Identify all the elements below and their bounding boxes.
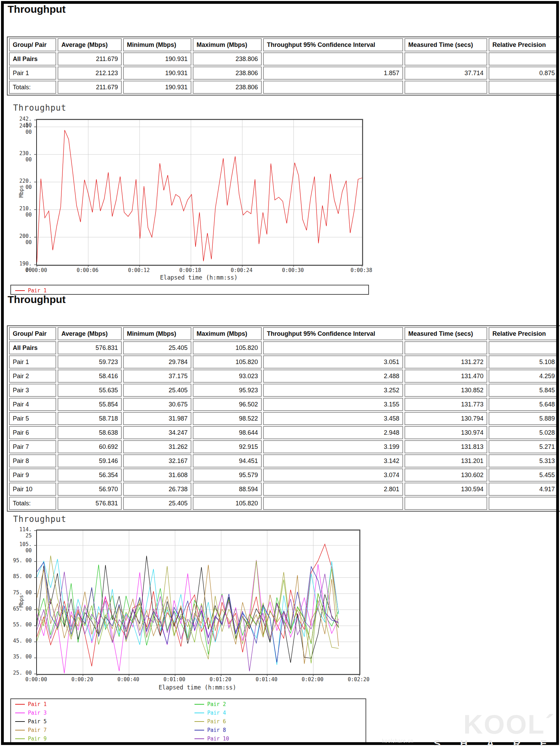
table-cell: 5.271 — [489, 440, 559, 453]
table-cell: 37.175 — [123, 370, 191, 383]
row-label-cell: Pair 1 — [9, 355, 56, 369]
legend-label: Pair 6 — [207, 718, 226, 725]
column-header: Relative Precision — [489, 327, 559, 340]
table-row: Pair 455.85430.67596.5023.155131.7735.64… — [9, 398, 559, 411]
table-cell: 105.820 — [193, 355, 262, 369]
table-cell: 131.470 — [404, 370, 487, 383]
legend-label: Pair 3 — [28, 710, 47, 716]
table-cell: 5.313 — [489, 454, 559, 467]
table-row: Pair 1056.97026.73888.5942.801130.5944.9… — [9, 483, 559, 496]
column-header: Throughput 95% Confidence Interval — [263, 38, 403, 51]
y-axis-tick-label: 105. 00 — [10, 541, 32, 554]
table-cell: 4.259 — [489, 370, 559, 383]
table-cell — [263, 497, 403, 510]
table-cell: 98.522 — [193, 412, 262, 425]
x-axis-tick-label: 0:00:18 — [179, 267, 201, 273]
table-cell: 25.405 — [123, 341, 191, 354]
table-cell: 130.594 — [404, 483, 487, 496]
table-row: Pair 956.35431.60895.5793.074130.6025.45… — [9, 468, 559, 482]
table-cell: 3.199 — [263, 440, 403, 453]
x-axis-tick-label: 0:02:00 — [302, 676, 323, 683]
table-cell: 131.773 — [404, 398, 487, 411]
column-header: Maximum (Mbps) — [193, 327, 262, 340]
table-cell: 29.784 — [123, 355, 191, 369]
table-cell: 94.451 — [193, 454, 262, 467]
legend-label: Pair 8 — [207, 727, 226, 733]
table-header-row: Group/ PairAverage (Mbps)Minimum (Mbps)M… — [9, 327, 559, 340]
chart-title: Throughput — [13, 103, 67, 113]
table-cell: 131.201 — [404, 454, 487, 467]
row-label-cell: Pair 8 — [9, 454, 56, 467]
table-cell — [489, 497, 559, 510]
table-cell: 59.723 — [58, 355, 122, 369]
column-header: Measured Time (secs) — [404, 38, 487, 51]
x-axis-tick-label: 0:01:00 — [163, 676, 185, 683]
table-cell: 58.718 — [58, 412, 122, 425]
table-cell: 130.794 — [404, 412, 487, 425]
legend-label: Pair 2 — [207, 701, 226, 707]
table-cell: 576.831 — [58, 341, 122, 354]
table-cell: 31.987 — [123, 412, 191, 425]
y-axis-tick-label: 200. 00 — [10, 233, 32, 245]
y-axis-tick-label: 35. 00 — [10, 654, 32, 660]
table-cell: 95.579 — [193, 468, 262, 482]
table-cell: 3.458 — [263, 412, 403, 425]
row-label-cell: Pair 3 — [9, 384, 56, 397]
table-cell: 2.948 — [263, 426, 403, 439]
legend-entry: Pair 1 — [11, 700, 190, 708]
table-cell: 5.648 — [489, 398, 559, 411]
x-axis-tick-label: 0:00:20 — [71, 676, 93, 683]
legend-entry: Pair 4 — [190, 708, 366, 717]
table-cell: 238.806 — [193, 81, 262, 94]
legend-entry: Pair 7 — [11, 726, 190, 734]
table-cell: 95.923 — [193, 384, 262, 397]
legend-line-swatch — [15, 738, 25, 739]
legend-line-swatch — [15, 704, 25, 705]
table-cell: 3.051 — [263, 355, 403, 369]
table-cell: 3.074 — [263, 468, 403, 482]
column-header: Minimum (Mbps) — [123, 327, 191, 340]
row-label-cell: Pair 4 — [9, 398, 56, 411]
legend-line-swatch — [194, 738, 204, 739]
legend-entry: Pair 5 — [11, 717, 190, 726]
table-row: Pair 159.72329.784105.8203.051131.2725.1… — [9, 355, 559, 369]
legend-entry: Pair 6 — [190, 717, 366, 726]
table-cell: 131.813 — [404, 440, 487, 453]
table-cell: 58.638 — [58, 426, 122, 439]
table-cell: 31.608 — [123, 468, 191, 482]
row-label-cell: Totals: — [9, 81, 56, 94]
chart-canvas — [37, 120, 362, 265]
legend-label: Pair 5 — [28, 718, 47, 725]
table-cell: 55.854 — [58, 398, 122, 411]
throughput-summary-table-1: Group/ PairAverage (Mbps)Minimum (Mbps)M… — [7, 37, 551, 95]
chart-legend: Pair 1Pair 2Pair 3Pair 4Pair 5Pair 6Pair… — [10, 698, 366, 744]
legend-line-swatch — [194, 730, 204, 730]
table-cell: 131.272 — [404, 355, 487, 369]
table-cell — [489, 52, 559, 65]
table-row: Pair 859.14632.16794.4513.142131.2015.31… — [9, 454, 559, 467]
table-cell: 5.108 — [489, 355, 559, 369]
table-cell: 238.806 — [193, 52, 262, 65]
legend-label: Pair 9 — [28, 736, 47, 742]
row-label-cell: Pair 7 — [9, 440, 56, 453]
table-cell: 105.820 — [193, 341, 262, 354]
column-header: Throughput 95% Confidence Interval — [263, 327, 403, 340]
table-cell: 190.931 — [123, 67, 191, 80]
row-label-cell: All Pairs — [9, 341, 56, 354]
table-cell: 2.801 — [263, 483, 403, 496]
legend-entry: Pair 3 — [11, 708, 190, 717]
table-cell: 26.738 — [123, 483, 191, 496]
y-axis-tick-label: 45. 00 — [10, 638, 32, 644]
watermark-brand: KOOL´ — [434, 711, 555, 738]
table-cell: 25.405 — [123, 384, 191, 397]
table-cell: 32.167 — [123, 454, 191, 467]
x-axis-tick-label: 0:00:12 — [128, 267, 150, 273]
column-header: Maximum (Mbps) — [193, 38, 262, 51]
table-cell: 130.974 — [404, 426, 487, 439]
chart-legend: Pair 1 — [10, 285, 369, 295]
x-axis-tick-label: 0:02:20 — [348, 676, 369, 683]
table-cell: 212.123 — [58, 67, 122, 80]
table-cell: 56.354 — [58, 468, 122, 482]
column-header: Minimum (Mbps) — [123, 38, 191, 51]
row-label-cell: Pair 5 — [9, 412, 56, 425]
